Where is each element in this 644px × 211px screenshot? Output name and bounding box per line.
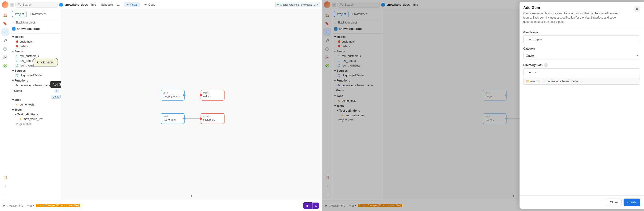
test-icon: ⚡	[19, 118, 22, 121]
add-gem-tooltip: Add Gem	[50, 81, 60, 88]
tree-sources-header[interactable]: ▾ Sources	[10, 68, 60, 73]
svg-text:customers: customers	[203, 118, 215, 121]
tree-models-header[interactable]: ▾ Models	[10, 34, 60, 39]
modal-close-button[interactable]: ×	[634, 6, 640, 12]
fork-icon: ⑂	[6, 204, 8, 207]
sidebar-puzzle[interactable]: 🧩	[2, 62, 9, 70]
modal-description: Gems are reusable sources and transforma…	[523, 11, 626, 24]
directory-path-input[interactable]	[523, 68, 640, 76]
visual-tab-btn[interactable]: 👁 Visual	[124, 2, 140, 7]
click-here-bubble: Click here.	[33, 58, 58, 66]
directory-path-field-group: Directory Path i 📁 macros › 📄 generate_s…	[523, 63, 640, 84]
tree-item-orders[interactable]: orders	[10, 44, 60, 49]
dot-icon-orders	[16, 45, 18, 48]
svg-text:Model: Model	[203, 92, 209, 94]
sidebar-home[interactable]: 🏠	[2, 11, 9, 19]
tree-left: ▾ Models customers orders ▾	[10, 34, 60, 200]
info-tab-btn[interactable]: Info	[90, 2, 98, 7]
run-expand-button[interactable]: ▲	[312, 202, 319, 209]
svg-text:raw_payments: raw_payments	[163, 95, 180, 98]
tree-test-defs-header[interactable]: ▾ Test definitions	[10, 112, 60, 117]
commit-badge[interactable]: Commit Changes (16 uncommitted files)	[36, 204, 80, 207]
project-panel-left: Project Environment ← Back to project sn…	[10, 10, 61, 200]
sidebar-table[interactable]: 📋	[2, 174, 9, 181]
content-row-left: 🏠 🔖 ⊞ 🏷 🕐 📈 🧩 📋 ℹ ⋯ Project Environment …	[0, 10, 322, 200]
tree-jobs: ▾ Jobs ⚙ demo_tests	[10, 98, 60, 107]
environment-tab-left[interactable]: Environment	[28, 11, 49, 17]
dev-fork-icon: ⑂	[27, 204, 29, 207]
dev-branch-tag: ⑂ dev	[27, 204, 34, 207]
canvas-content-left: Seed raw_payments Seed raw_orders Model …	[61, 10, 322, 200]
sidebar-grid[interactable]: ⊞	[2, 28, 9, 36]
gems-label-left: Gems	[14, 89, 22, 92]
tree-models: ▾ Models customers orders	[10, 34, 60, 49]
chevron-models: ▾	[12, 35, 14, 38]
status-dot	[3, 205, 5, 206]
modal-title: Add Gem	[523, 6, 626, 10]
project-tabs-left: Project Environment	[10, 10, 60, 19]
chevron-tests: ▾	[12, 108, 14, 111]
bottom-left-controls: ⑂ Master Fork : ⑂ dev Commit Changes (16…	[3, 204, 80, 207]
create-button[interactable]: Create	[624, 198, 640, 206]
chevron-jobs: ▾	[12, 98, 14, 102]
add-gem-modal: Add Gem Gems are reusable sources and tr…	[520, 2, 644, 209]
dir-file-icon: 📄	[542, 80, 546, 83]
search-bar-left[interactable]: 🔍 Search	[16, 2, 58, 8]
fn-icon: fx	[16, 84, 18, 87]
tree-item-max-value[interactable]: ⚡ max_value_test	[10, 117, 60, 122]
back-arrow-icon: ←	[12, 21, 15, 24]
pipeline-svg: Seed raw_payments Seed raw_orders Model …	[135, 72, 248, 138]
sidebar-tag[interactable]: 🏷	[2, 37, 9, 44]
gem-name-label: Gem Name	[523, 31, 640, 34]
gem-name-field-group: Gem Name	[523, 31, 640, 43]
sidebar-clock[interactable]: 🕐	[2, 45, 9, 53]
back-link-left[interactable]: ← Back to project	[12, 21, 59, 24]
top-bar-left: « 🔍 Search snowflake_docs Info Schedule …	[0, 0, 322, 10]
project-tab-left[interactable]: Project	[12, 11, 26, 17]
main-canvas-left: Seed raw_payments Seed raw_orders Model …	[61, 10, 322, 200]
dot-icon-raw-payments	[16, 64, 18, 67]
more-btn[interactable]: ...	[116, 2, 121, 7]
tree-tests-header[interactable]: ▾ Tests	[10, 108, 60, 112]
cancel-button[interactable]: Close	[606, 198, 622, 206]
branch-tag: ⑂ Master Fork	[6, 204, 23, 207]
add-gem-button[interactable]: +	[54, 89, 59, 93]
svg-point-13	[200, 94, 202, 96]
dot-icon-raw-orders	[16, 60, 18, 62]
dot-icon-raw-customers	[16, 55, 18, 57]
cluster-status-dot	[278, 4, 279, 6]
collapse-btn[interactable]: «	[10, 2, 14, 7]
tree-item-demo-tests[interactable]: ⚙ demo_tests	[10, 102, 60, 107]
canvas-chevron[interactable]: ▾	[190, 194, 192, 198]
category-select[interactable]: Custom Source Transform Target	[523, 52, 640, 60]
sidebar-info[interactable]: ℹ	[2, 182, 9, 190]
modal-header: Add Gem Gems are reusable sources and tr…	[520, 2, 644, 27]
sidebar-chart[interactable]: 📈	[2, 54, 9, 61]
tree-sources: ▾ Sources Ungrouped Tables	[10, 68, 60, 78]
tree-item-ungrouped[interactable]: Ungrouped Tables	[10, 73, 60, 78]
project-nav-left: ← Back to project snowflake_docs	[10, 19, 60, 34]
schedule-tab-btn[interactable]: Schedule	[99, 2, 115, 7]
code-tab-btn[interactable]: </> Code	[141, 2, 158, 7]
proj-dot-icon	[12, 27, 16, 30]
search-label: Search	[22, 3, 32, 6]
chevron-test-defs: ▾	[15, 113, 16, 116]
panel-left: « 🔍 Search snowflake_docs Info Schedule …	[0, 0, 322, 211]
svg-text:raw_orders: raw_orders	[163, 118, 176, 121]
directory-info-icon[interactable]: i	[544, 63, 548, 67]
tree-seeds-header[interactable]: ▾ Seeds	[10, 49, 60, 54]
folder-icon: 📁	[526, 80, 530, 83]
tree-item-customers[interactable]: customers	[10, 39, 60, 44]
left-sidebar: 🏠 🔖 ⊞ 🏷 🕐 📈 🧩 📋 ℹ ⋯	[0, 10, 10, 200]
gem-name-input[interactable]	[523, 36, 640, 43]
sidebar-bookmark[interactable]: 🔖	[2, 20, 9, 27]
cluster-badge: Cluster Attached (snowflake_... ▾	[275, 2, 320, 7]
run-button[interactable]: ▶	[303, 202, 312, 209]
chevron-functions: ▾	[12, 79, 14, 82]
dot-icon-customers	[16, 40, 18, 43]
directory-path-label: Directory Path	[523, 64, 542, 67]
svg-text:orders: orders	[203, 95, 211, 98]
sidebar-more[interactable]: ⋯	[2, 190, 9, 198]
dot-icon-ungrouped	[16, 74, 18, 76]
category-select-wrapper: Custom Source Transform Target ▾	[523, 52, 640, 60]
